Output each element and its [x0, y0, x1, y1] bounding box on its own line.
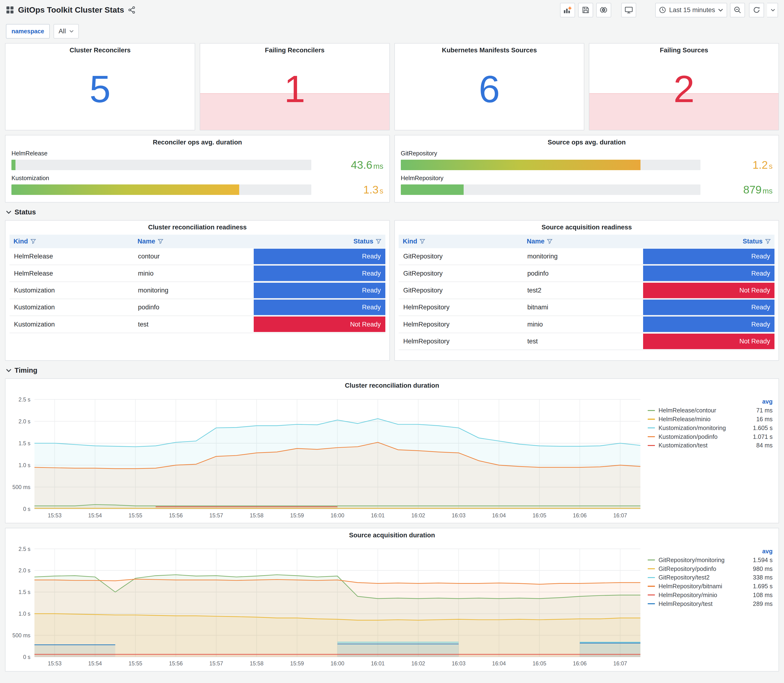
- add-panel-button[interactable]: [560, 3, 575, 18]
- legend-series-name[interactable]: GitRepository/monitoring: [659, 556, 753, 564]
- svg-text:2.5 s: 2.5 s: [19, 396, 30, 402]
- svg-text:16:04: 16:04: [492, 661, 506, 667]
- table-header-row: Kind Name Status: [10, 235, 385, 248]
- panel-title[interactable]: Source acquisition duration: [5, 528, 779, 542]
- gauge-track: [401, 184, 701, 195]
- legend-item[interactable]: HelmRepository/minio108 ms: [648, 591, 773, 600]
- legend-series-color: [648, 560, 655, 560]
- section-header-status[interactable]: Status: [6, 208, 778, 216]
- stat-value: 2: [589, 70, 779, 108]
- svg-text:15:56: 15:56: [169, 512, 183, 519]
- filter-icon[interactable]: [158, 239, 163, 244]
- legend-series-name[interactable]: HelmRepository/minio: [659, 592, 753, 598]
- legend-item[interactable]: HelmRepository/bitnami1.695 s: [648, 582, 773, 591]
- variable-namespace-value-dropdown[interactable]: All: [54, 24, 79, 38]
- legend-item[interactable]: GitRepository/podinfo980 ms: [648, 564, 773, 573]
- chevron-down-icon: [6, 369, 11, 372]
- legend-item[interactable]: Kustomization/monitoring1.605 s: [648, 423, 773, 433]
- column-header-status[interactable]: Status: [643, 237, 775, 245]
- legend-item[interactable]: Kustomization/test84 ms: [648, 441, 773, 450]
- filter-icon[interactable]: [765, 239, 771, 244]
- refresh-button[interactable]: [749, 3, 764, 18]
- panel-source-acquisition-readiness: Source acquisition readiness Kind Name S…: [394, 220, 779, 361]
- svg-text:16:02: 16:02: [411, 512, 425, 519]
- svg-text:16:07: 16:07: [613, 661, 627, 667]
- svg-text:16:03: 16:03: [452, 512, 465, 519]
- cell-kind: GitRepository: [399, 252, 523, 260]
- gauge-row-helmrepository: HelmRepository 879ms: [401, 175, 773, 196]
- cycle-view-mode-button[interactable]: [621, 3, 636, 18]
- cell-name: monitoring: [133, 287, 254, 294]
- column-header-status[interactable]: Status: [254, 237, 385, 245]
- share-icon[interactable]: [128, 6, 136, 14]
- cell-kind: Kustomization: [10, 287, 133, 294]
- legend-series-color: [648, 436, 655, 437]
- cell-status: Not Ready: [643, 283, 775, 298]
- section-header-timing[interactable]: Timing: [6, 366, 778, 374]
- legend-series-name[interactable]: HelmRepository/test: [659, 600, 753, 607]
- stat-panel-failing-sources: Failing Sources 2: [589, 43, 779, 131]
- cell-name: bitnami: [523, 303, 643, 311]
- column-header-name[interactable]: Name: [133, 237, 254, 245]
- column-header-name[interactable]: Name: [523, 237, 643, 245]
- legend-series-name[interactable]: HelmRelease/contour: [659, 407, 757, 414]
- panel-title[interactable]: Failing Reconcilers: [200, 43, 390, 57]
- legend-series-avg: 980 ms: [753, 566, 773, 572]
- cell-kind: Kustomization: [10, 321, 133, 328]
- column-header-kind[interactable]: Kind: [10, 237, 133, 245]
- svg-text:500 ms: 500 ms: [12, 484, 30, 490]
- save-dashboard-button[interactable]: [578, 3, 593, 18]
- svg-text:15:57: 15:57: [210, 512, 223, 519]
- cell-status: Not Ready: [254, 316, 385, 332]
- panel-title[interactable]: Reconciler ops avg. duration: [5, 135, 390, 149]
- legend-series-name[interactable]: GitRepository/test2: [659, 574, 753, 581]
- legend-item[interactable]: GitRepository/monitoring1.594 s: [648, 556, 773, 564]
- svg-text:16:01: 16:01: [371, 661, 385, 667]
- bar-chart-plus-icon: [563, 6, 572, 14]
- legend-item[interactable]: HelmRelease/minio16 ms: [648, 415, 773, 423]
- dashboard-settings-button[interactable]: [596, 3, 611, 18]
- panel-title[interactable]: Source acquisition readiness: [395, 221, 779, 234]
- gauge-label: GitRepository: [401, 150, 773, 157]
- filter-icon[interactable]: [420, 239, 425, 244]
- panel-title[interactable]: Cluster reconciliation duration: [5, 379, 779, 393]
- svg-text:15:54: 15:54: [88, 661, 102, 667]
- legend-series-name[interactable]: HelmRepository/bitnami: [659, 583, 753, 590]
- filter-icon[interactable]: [376, 239, 381, 244]
- legend-series-name[interactable]: Kustomization/monitoring: [659, 425, 753, 431]
- legend-series-name[interactable]: HelmRelease/minio: [659, 416, 757, 423]
- legend-series-name[interactable]: GitRepository/podinfo: [659, 566, 753, 572]
- panel-title[interactable]: Failing Sources: [589, 43, 779, 57]
- filter-icon[interactable]: [547, 239, 552, 244]
- dashboard-variables-row: namespace All: [0, 20, 784, 43]
- time-picker-button[interactable]: Last 15 minutes: [655, 3, 727, 18]
- cell-status: Ready: [254, 266, 385, 281]
- chevron-down-icon: [6, 210, 11, 214]
- timeseries-plot[interactable]: 0 s500 ms1.0 s1.5 s2.0 s2.5 s15:5315:541…: [6, 393, 646, 521]
- zoom-out-button[interactable]: [730, 3, 745, 18]
- refresh-interval-dropdown[interactable]: [767, 3, 778, 18]
- panel-title[interactable]: Source ops avg. duration: [395, 135, 779, 149]
- apps-grid-icon[interactable]: [6, 6, 14, 14]
- timeseries-plot[interactable]: 0 s500 ms1.0 s1.5 s2.0 s2.5 s15:5315:541…: [6, 543, 646, 669]
- legend-series-color: [648, 577, 655, 578]
- legend-item[interactable]: Kustomization/podinfo1.071 s: [648, 433, 773, 441]
- legend-series-name[interactable]: Kustomization/podinfo: [659, 433, 753, 440]
- legend-item[interactable]: HelmRelease/contour71 ms: [648, 406, 773, 415]
- table-row: HelmRepositorybitnamiReady: [399, 299, 774, 316]
- legend-series-avg: 289 ms: [753, 600, 773, 607]
- gauge-value: 1.3s: [317, 183, 383, 196]
- cell-name: minio: [133, 269, 254, 277]
- legend-item[interactable]: GitRepository/test2338 ms: [648, 573, 773, 582]
- gauge-fill: [11, 160, 15, 170]
- column-header-kind[interactable]: Kind: [399, 237, 523, 245]
- filter-icon[interactable]: [30, 239, 36, 244]
- legend-item[interactable]: HelmRepository/test289 ms: [648, 600, 773, 608]
- svg-text:16:07: 16:07: [613, 512, 627, 519]
- table-row: KustomizationpodinfoReady: [10, 299, 385, 316]
- svg-text:15:59: 15:59: [290, 512, 304, 519]
- panel-title[interactable]: Cluster Reconcilers: [5, 43, 195, 57]
- panel-title[interactable]: Cluster reconciliation readiness: [5, 221, 390, 234]
- legend-series-name[interactable]: Kustomization/test: [659, 442, 757, 449]
- panel-title[interactable]: Kubernetes Manifests Sources: [395, 43, 584, 57]
